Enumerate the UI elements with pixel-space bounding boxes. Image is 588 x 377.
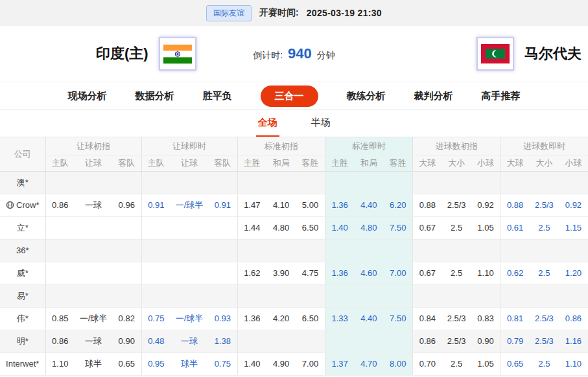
odds-cell[interactable]: 0.70	[413, 352, 442, 375]
odds-cell[interactable]: 1.15	[559, 216, 588, 239]
odds-cell[interactable]: 0.91	[208, 194, 237, 216]
odds-cell[interactable]: 4.20	[266, 307, 296, 330]
odds-cell[interactable]: 1.05	[471, 216, 500, 239]
company-cell[interactable]: 伟*	[0, 307, 45, 330]
odds-cell[interactable]: 2.5	[530, 216, 559, 239]
odds-cell[interactable]: 0.90	[112, 330, 141, 352]
odds-cell[interactable]: 4.40	[354, 194, 383, 216]
odds-cell[interactable]: 0.95	[141, 352, 171, 375]
odds-cell[interactable]: 2.5	[530, 262, 559, 284]
nav-tab-0[interactable]: 现场分析	[68, 90, 107, 102]
odds-cell[interactable]: 2.5	[442, 262, 471, 284]
odds-cell[interactable]: 2.5/3	[442, 194, 471, 216]
odds-cell[interactable]: 0.84	[413, 307, 442, 330]
odds-cell[interactable]: 4.75	[296, 262, 325, 284]
odds-cell[interactable]: 0.82	[112, 307, 141, 330]
odds-cell[interactable]: 3.90	[266, 262, 296, 284]
odds-cell[interactable]: 4.90	[266, 352, 296, 375]
odds-cell[interactable]: 2.5/3	[442, 330, 471, 352]
company-cell[interactable]: 澳*	[0, 171, 45, 194]
odds-cell[interactable]: 0.90	[471, 330, 500, 352]
odds-cell[interactable]: 0.88	[413, 194, 442, 216]
odds-cell[interactable]: 0.65	[112, 352, 141, 375]
company-cell[interactable]: Crow*	[0, 194, 45, 216]
odds-cell[interactable]: 0.65	[500, 352, 530, 375]
odds-cell[interactable]: 1.38	[208, 330, 237, 352]
odds-cell[interactable]: 2.5/3	[530, 330, 559, 352]
odds-cell[interactable]: 0.67	[413, 262, 442, 284]
odds-cell[interactable]: 1.47	[237, 194, 266, 216]
odds-cell[interactable]: 1.36	[325, 194, 354, 216]
nav-tab-3[interactable]: 三合一	[261, 86, 318, 107]
odds-cell[interactable]: 0.62	[500, 262, 530, 284]
odds-cell[interactable]: 1.10	[45, 352, 75, 375]
odds-cell[interactable]: 2.5	[530, 352, 559, 375]
scope-tab-1[interactable]: 半场	[309, 110, 333, 137]
odds-cell[interactable]: 7.50	[383, 307, 412, 330]
company-cell[interactable]: 威*	[0, 262, 45, 284]
odds-cell[interactable]: 2.5	[442, 216, 471, 239]
odds-cell[interactable]: 一球	[171, 330, 208, 352]
nav-tab-4[interactable]: 教练分析	[347, 90, 386, 102]
odds-cell[interactable]: 0.93	[208, 307, 237, 330]
odds-cell[interactable]: 7.00	[296, 352, 325, 375]
odds-cell[interactable]: 7.50	[383, 216, 412, 239]
odds-cell[interactable]: 0.88	[500, 194, 530, 216]
odds-cell[interactable]: 4.80	[266, 216, 296, 239]
odds-cell[interactable]: 2.5/3	[530, 194, 559, 216]
company-cell[interactable]: 易*	[0, 284, 45, 307]
odds-cell[interactable]: 1.40	[325, 216, 354, 239]
odds-cell[interactable]: 1.16	[559, 330, 588, 352]
odds-cell[interactable]: 6.50	[296, 307, 325, 330]
company-cell[interactable]: 明*	[0, 330, 45, 352]
odds-cell[interactable]: 0.92	[559, 194, 588, 216]
odds-cell[interactable]: 球半	[75, 352, 112, 375]
odds-cell[interactable]: 4.80	[354, 216, 383, 239]
odds-cell[interactable]: 0.91	[141, 194, 171, 216]
odds-cell[interactable]: 1.44	[237, 216, 266, 239]
odds-cell[interactable]: 4.60	[354, 262, 383, 284]
odds-cell[interactable]: 4.40	[354, 307, 383, 330]
odds-cell[interactable]: 1.36	[325, 262, 354, 284]
odds-cell[interactable]: 0.96	[112, 194, 141, 216]
company-cell[interactable]: 36*	[0, 239, 45, 262]
odds-cell[interactable]: 一/球半	[171, 307, 208, 330]
odds-cell[interactable]: 6.20	[383, 194, 412, 216]
odds-cell[interactable]: 一球	[75, 330, 112, 352]
odds-cell[interactable]: 1.10	[559, 352, 588, 375]
odds-cell[interactable]: 0.86	[45, 330, 75, 352]
odds-cell[interactable]: 0.86	[413, 330, 442, 352]
odds-cell[interactable]: 一/球半	[171, 194, 208, 216]
odds-cell[interactable]: 5.00	[296, 194, 325, 216]
odds-cell[interactable]: 0.92	[471, 194, 500, 216]
odds-cell[interactable]: 球半	[171, 352, 208, 375]
odds-cell[interactable]: 1.10	[471, 262, 500, 284]
odds-cell[interactable]: 4.10	[266, 194, 296, 216]
odds-cell[interactable]: 0.86	[559, 307, 588, 330]
odds-cell[interactable]: 8.00	[383, 352, 412, 375]
odds-cell[interactable]: 0.79	[500, 330, 530, 352]
nav-tab-2[interactable]: 胜平负	[203, 90, 232, 102]
odds-cell[interactable]: 一球	[75, 194, 112, 216]
odds-cell[interactable]: 6.50	[296, 216, 325, 239]
odds-cell[interactable]: 0.67	[413, 216, 442, 239]
odds-cell[interactable]: 0.83	[471, 307, 500, 330]
odds-cell[interactable]: 0.86	[45, 194, 75, 216]
odds-cell[interactable]: 2.5/3	[442, 307, 471, 330]
league-badge[interactable]: 国际友谊	[206, 5, 252, 21]
odds-cell[interactable]: 0.85	[45, 307, 75, 330]
odds-cell[interactable]: 1.36	[237, 307, 266, 330]
odds-cell[interactable]: 1.33	[325, 307, 354, 330]
odds-cell[interactable]: 1.40	[237, 352, 266, 375]
odds-cell[interactable]: 0.75	[208, 352, 237, 375]
odds-cell[interactable]: 0.48	[141, 330, 171, 352]
odds-cell[interactable]: 1.20	[559, 262, 588, 284]
odds-cell[interactable]: 0.81	[500, 307, 530, 330]
odds-cell[interactable]: 7.00	[383, 262, 412, 284]
odds-cell[interactable]: 一/球半	[75, 307, 112, 330]
scope-tab-0[interactable]: 全场	[256, 110, 279, 137]
nav-tab-1[interactable]: 数据分析	[135, 90, 174, 102]
odds-cell[interactable]: 1.62	[237, 262, 266, 284]
company-cell[interactable]: Interwet*	[0, 352, 45, 375]
odds-cell[interactable]: 2.5	[442, 352, 471, 375]
